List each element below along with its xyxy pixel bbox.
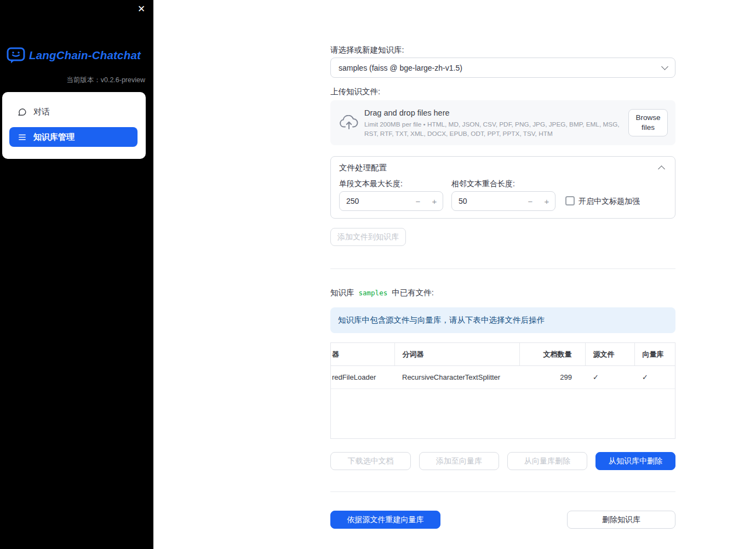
chunk-minus-button[interactable]: − <box>410 197 426 206</box>
column-header-splitter[interactable]: 分词器 <box>394 343 519 366</box>
column-header-doc-count[interactable]: 文档数量 <box>519 343 585 366</box>
logo-chat-icon <box>7 47 25 64</box>
kb-files-table: 器 分词器 文档数量 源文件 向量库 redFileLoader Recursi… <box>330 342 675 439</box>
file-config-expander: 文件处理配置 单段文本最大长度: 相邻文本重合长度: − + − + 开启中文标… <box>330 156 675 219</box>
sidebar-close-button[interactable]: ✕ <box>134 3 148 15</box>
dropzone-text: Drag and drop files here Limit 200MB per… <box>364 108 626 139</box>
kb-existing-files-line: 知识库 samples 中已有文件: <box>330 288 434 298</box>
zh-title-enhance-checkbox[interactable] <box>565 196 575 205</box>
table-row[interactable]: redFileLoader RecursiveCharacterTextSpli… <box>331 366 675 389</box>
kb-name-code: samples <box>359 289 388 297</box>
cell-vector-store-check: ✓ <box>634 366 675 389</box>
cloud-upload-icon <box>339 115 359 133</box>
menu-item-label: 对话 <box>33 107 50 117</box>
column-header-loader[interactable]: 器 <box>331 343 394 366</box>
divider <box>330 491 675 492</box>
sidebar-menu: 对话 知识库管理 <box>2 92 146 159</box>
rebuild-vector-store-button[interactable]: 依据源文件重建向量库 <box>330 511 440 529</box>
app-window: ✕ LangChain-Chatchat 当前版本：v0.2.6-preview <box>0 0 756 549</box>
overlap-size-input[interactable] <box>452 197 522 205</box>
app-logo: LangChain-Chatchat <box>7 47 141 64</box>
logo-text: LangChain-Chatchat <box>29 49 141 62</box>
menu-item-label: 知识库管理 <box>33 132 75 142</box>
dropzone-limit: Limit 200MB per file • HTML, MD, JSON, C… <box>364 120 626 139</box>
overlap-size-label: 相邻文本重合长度: <box>451 179 515 189</box>
info-banner: 知识库中包含源文件与向量库，请从下表中选择文件后操作 <box>330 307 675 333</box>
info-text: 知识库中包含源文件与向量库，请从下表中选择文件后操作 <box>338 315 545 325</box>
chunk-size-stepper: − + <box>339 191 443 211</box>
kb-select[interactable]: samples (faiss @ bge-large-zh-v1.5) <box>330 58 675 78</box>
table-header-row: 器 分词器 文档数量 源文件 向量库 <box>331 343 675 366</box>
chevron-up-icon <box>658 165 665 173</box>
cell-doc-count: 299 <box>519 366 585 389</box>
column-header-source-file[interactable]: 源文件 <box>585 343 634 366</box>
expander-header[interactable]: 文件处理配置 <box>331 157 675 178</box>
column-header-vector-store[interactable]: 向量库 <box>634 343 675 366</box>
kb-select-label: 请选择或新建知识库: <box>330 45 404 55</box>
sidebar-item-dialogue[interactable]: 对话 <box>9 102 138 122</box>
cell-source-file-check: ✓ <box>585 366 634 389</box>
dropzone-title: Drag and drop files here <box>364 108 626 117</box>
sidebar-item-knowledge-base[interactable]: 知识库管理 <box>9 127 138 147</box>
divider <box>330 268 675 269</box>
chunk-size-label: 单段文本最大长度: <box>339 179 403 189</box>
delete-kb-button[interactable]: 删除知识库 <box>567 511 675 529</box>
download-selected-docs-button[interactable]: 下载选中文档 <box>330 452 411 470</box>
expander-title: 文件处理配置 <box>339 163 387 173</box>
overlap-size-stepper: − + <box>451 191 555 211</box>
kb-select-value: samples (faiss @ bge-large-zh-v1.5) <box>339 64 462 72</box>
delete-from-kb-button[interactable]: 从知识库中删除 <box>595 452 675 470</box>
add-files-to-kb-button[interactable]: 添加文件到知识库 <box>330 228 406 246</box>
chevron-down-icon <box>661 63 668 70</box>
file-dropzone[interactable]: Drag and drop files here Limit 200MB per… <box>330 100 675 145</box>
sidebar: ✕ LangChain-Chatchat 当前版本：v0.2.6-preview <box>0 0 153 549</box>
delete-from-vector-store-button[interactable]: 从向量库删除 <box>507 452 587 470</box>
kb-files-prefix: 知识库 <box>330 288 354 298</box>
browse-files-button[interactable]: Browse files <box>628 109 668 136</box>
chunk-plus-button[interactable]: + <box>426 197 443 206</box>
chunk-size-input[interactable] <box>340 197 410 205</box>
zh-title-enhance-label: 开启中文标题加强 <box>579 197 640 207</box>
main-content: 请选择或新建知识库: samples (faiss @ bge-large-zh… <box>330 0 675 549</box>
overlap-plus-button[interactable]: + <box>539 197 555 206</box>
cell-splitter: RecursiveCharacterTextSplitter <box>394 366 519 389</box>
list-icon <box>18 133 27 142</box>
upload-label: 上传知识文件: <box>330 87 380 97</box>
cell-loader: redFileLoader <box>331 366 394 389</box>
add-to-vector-store-button[interactable]: 添加至向量库 <box>419 452 499 470</box>
version-text: 当前版本：v0.2.6-preview <box>66 76 145 85</box>
chat-bubble-icon <box>18 107 27 117</box>
kb-files-suffix: 中已有文件: <box>392 288 434 298</box>
overlap-minus-button[interactable]: − <box>522 197 539 206</box>
